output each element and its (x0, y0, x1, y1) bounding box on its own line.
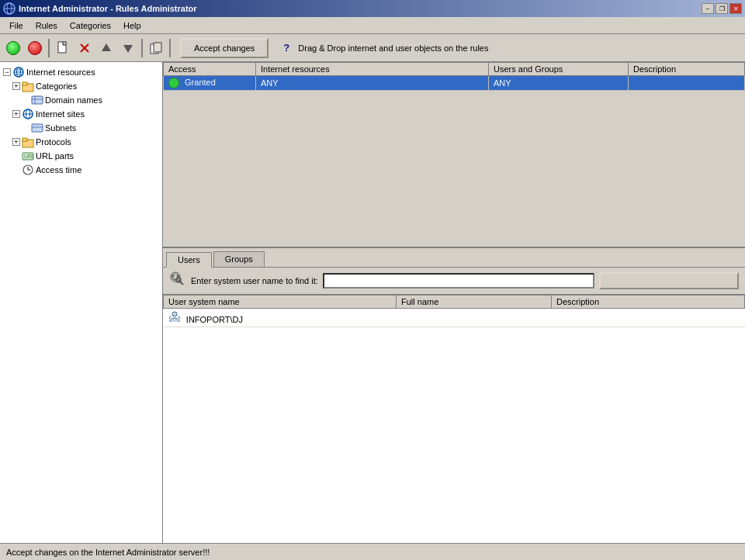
user-system-name-cell: INFOPORT\DJ (164, 309, 397, 327)
tab-bar: Users Groups (163, 248, 745, 268)
menu-rules[interactable]: Rules (29, 19, 64, 32)
expand-btn-protocols[interactable]: + (12, 138, 20, 146)
svg-marker-7 (123, 45, 133, 53)
access-status-label: Granted (185, 78, 216, 87)
toolbar: Accept changes ? Drag & Drop internet an… (0, 34, 745, 62)
svg-rect-26 (23, 138, 27, 141)
user-desc-cell (552, 309, 745, 327)
app-icon (3, 2, 16, 15)
accept-changes-button[interactable]: Accept changes (180, 38, 269, 58)
internet-resources-icon (12, 66, 25, 78)
access-time-icon (22, 164, 34, 176)
delete-button[interactable] (74, 38, 95, 58)
window-title: Internet Administrator - Rules Administr… (19, 4, 702, 13)
svg-rect-9 (154, 43, 161, 52)
disable-button[interactable] (25, 38, 45, 58)
rules-table-container: Access Internet resources Users and Grou… (163, 62, 745, 248)
sidebar-item-categories[interactable]: + Categories (0, 79, 162, 93)
granted-circle (168, 78, 179, 88)
col-access: Access (164, 63, 256, 76)
user-table-row[interactable]: INFOPORT\DJ (164, 309, 745, 327)
table-row[interactable]: Granted ANY ANY (164, 76, 745, 91)
col-user-system-name: User system name (164, 296, 397, 309)
sidebar-item-url-parts[interactable]: URL URL parts (0, 149, 162, 163)
menu-file[interactable]: File (3, 19, 29, 32)
svg-point-35 (177, 275, 179, 278)
menu-help[interactable]: Help (117, 19, 147, 32)
right-pane: Access Internet resources Users and Grou… (163, 62, 745, 543)
svg-rect-23 (32, 124, 43, 132)
expand-btn-categories[interactable]: + (12, 82, 20, 90)
copy-button[interactable] (146, 38, 166, 58)
subnets-icon (31, 122, 43, 134)
col-user-description: Description (552, 296, 745, 309)
title-bar: Internet Administrator - Rules Administr… (0, 0, 745, 17)
sidebar-item-label-domain-names: Domain names (45, 95, 102, 105)
sidebar-item-protocols[interactable]: + Protocols (0, 135, 162, 149)
full-name-cell (397, 309, 552, 327)
separator-1 (48, 39, 50, 57)
svg-marker-6 (102, 43, 111, 51)
status-bar: Accept changes on the Internet Administr… (0, 543, 745, 560)
collapse-btn[interactable]: − (3, 68, 11, 76)
sidebar-item-label-protocols: Protocols (36, 137, 71, 147)
sidebar-item-subnets[interactable]: Subnets (0, 121, 162, 135)
main-area: − Internet resources + Cat (0, 62, 745, 543)
domain-names-icon (31, 94, 43, 106)
restore-button[interactable]: ❐ (716, 3, 728, 14)
sidebar-item-internet-resources[interactable]: − Internet resources (0, 65, 162, 79)
enable-button[interactable] (3, 38, 23, 58)
user-icon (168, 314, 183, 325)
separator-3 (169, 39, 171, 57)
users-groups-cell: ANY (489, 76, 629, 91)
sidebar-item-internet-sites[interactable]: + Internet sites (0, 107, 162, 121)
window-controls: − ❐ ✕ (702, 3, 742, 14)
menu-categories[interactable]: Categories (64, 19, 117, 32)
rules-table: Access Internet resources Users and Grou… (163, 62, 745, 91)
close-button[interactable]: ✕ (729, 3, 742, 14)
sidebar-item-label-access-time: Access time (36, 165, 81, 175)
internet-resources-cell: ANY (256, 76, 489, 91)
sidebar-item-domain-names[interactable]: Domain names (0, 93, 162, 107)
user-search-icon (169, 271, 186, 291)
minimize-button[interactable]: − (702, 3, 714, 14)
move-down-button[interactable] (118, 38, 138, 58)
col-full-name: Full name (397, 296, 552, 309)
menu-bar: File Rules Categories Help (0, 17, 745, 34)
sidebar-item-access-time[interactable]: Access time (0, 163, 162, 177)
status-text: Accept changes on the Internet Administr… (6, 548, 210, 557)
categories-icon (22, 80, 34, 92)
user-search-bar: Enter system user name to find it: (163, 268, 745, 295)
user-search-label: Enter system user name to find it: (191, 276, 318, 285)
drag-drop-hint: Drag & Drop internet and user objects on… (298, 43, 742, 53)
col-users-groups: Users and Groups (489, 63, 629, 76)
svg-rect-16 (23, 82, 27, 85)
internet-sites-icon (22, 108, 34, 120)
svg-line-40 (178, 316, 180, 319)
tab-users[interactable]: Users (166, 252, 212, 268)
user-name-label: INFOPORT\DJ (186, 315, 243, 324)
col-internet-resources: Internet resources (256, 63, 489, 76)
sidebar-item-label-categories: Categories (36, 81, 77, 91)
svg-point-34 (172, 275, 175, 278)
sidebar-item-label-url-parts: URL parts (36, 151, 74, 161)
svg-point-38 (172, 312, 177, 316)
sidebar-item-label-internet-resources: Internet resources (26, 67, 95, 77)
svg-line-39 (169, 316, 171, 319)
sidebar-item-label-internet-sites: Internet sites (36, 109, 85, 119)
users-table: User system name Full name Description (163, 295, 745, 327)
users-table-container: User system name Full name Description (163, 295, 745, 543)
url-parts-icon: URL (22, 150, 34, 162)
new-button[interactable] (53, 38, 73, 58)
col-description: Description (629, 63, 745, 76)
sidebar-item-label-subnets: Subnets (45, 123, 76, 133)
bottom-panel: Users Groups Enter system user (163, 248, 745, 543)
help-button[interactable]: ? (276, 38, 296, 58)
tab-groups[interactable]: Groups (213, 251, 265, 267)
move-up-button[interactable] (96, 38, 116, 58)
user-search-input[interactable] (323, 273, 594, 289)
protocols-icon (22, 136, 34, 148)
user-search-button[interactable] (599, 272, 739, 289)
expand-btn-internet-sites[interactable]: + (12, 110, 20, 118)
description-cell (629, 76, 745, 91)
